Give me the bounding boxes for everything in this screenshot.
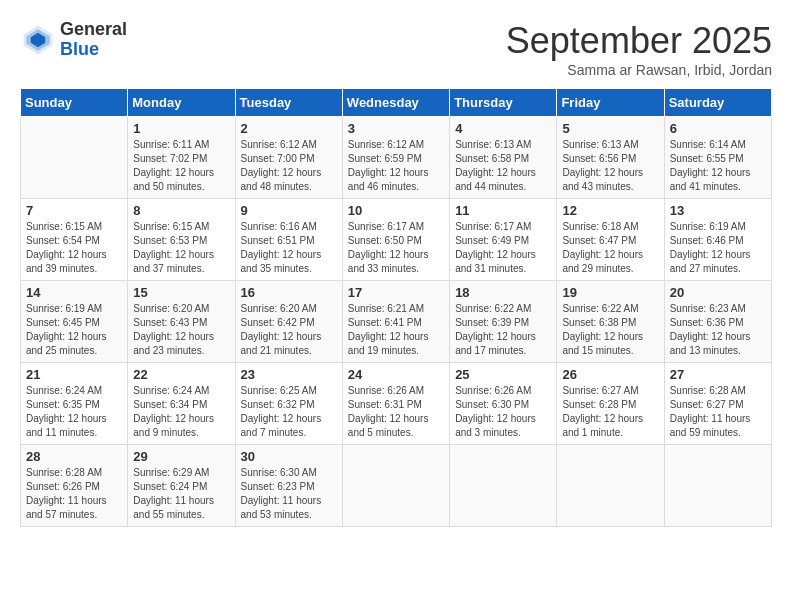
- calendar-cell: 18Sunrise: 6:22 AM Sunset: 6:39 PM Dayli…: [450, 281, 557, 363]
- week-row-1: 1Sunrise: 6:11 AM Sunset: 7:02 PM Daylig…: [21, 117, 772, 199]
- day-content: Sunrise: 6:16 AM Sunset: 6:51 PM Dayligh…: [241, 220, 337, 276]
- day-number: 7: [26, 203, 122, 218]
- day-content: Sunrise: 6:29 AM Sunset: 6:24 PM Dayligh…: [133, 466, 229, 522]
- calendar-cell: 14Sunrise: 6:19 AM Sunset: 6:45 PM Dayli…: [21, 281, 128, 363]
- day-content: Sunrise: 6:12 AM Sunset: 6:59 PM Dayligh…: [348, 138, 444, 194]
- day-content: Sunrise: 6:15 AM Sunset: 6:54 PM Dayligh…: [26, 220, 122, 276]
- day-number: 9: [241, 203, 337, 218]
- day-content: Sunrise: 6:17 AM Sunset: 6:50 PM Dayligh…: [348, 220, 444, 276]
- header-tuesday: Tuesday: [235, 89, 342, 117]
- day-number: 3: [348, 121, 444, 136]
- month-title: September 2025: [506, 20, 772, 62]
- calendar-cell: 7Sunrise: 6:15 AM Sunset: 6:54 PM Daylig…: [21, 199, 128, 281]
- day-number: 28: [26, 449, 122, 464]
- calendar-cell: 10Sunrise: 6:17 AM Sunset: 6:50 PM Dayli…: [342, 199, 449, 281]
- header-friday: Friday: [557, 89, 664, 117]
- calendar-cell: 17Sunrise: 6:21 AM Sunset: 6:41 PM Dayli…: [342, 281, 449, 363]
- day-content: Sunrise: 6:27 AM Sunset: 6:28 PM Dayligh…: [562, 384, 658, 440]
- day-content: Sunrise: 6:18 AM Sunset: 6:47 PM Dayligh…: [562, 220, 658, 276]
- day-content: Sunrise: 6:11 AM Sunset: 7:02 PM Dayligh…: [133, 138, 229, 194]
- calendar-cell: 23Sunrise: 6:25 AM Sunset: 6:32 PM Dayli…: [235, 363, 342, 445]
- calendar-cell: 12Sunrise: 6:18 AM Sunset: 6:47 PM Dayli…: [557, 199, 664, 281]
- day-content: Sunrise: 6:25 AM Sunset: 6:32 PM Dayligh…: [241, 384, 337, 440]
- day-number: 25: [455, 367, 551, 382]
- calendar-cell: 19Sunrise: 6:22 AM Sunset: 6:38 PM Dayli…: [557, 281, 664, 363]
- day-number: 8: [133, 203, 229, 218]
- header-monday: Monday: [128, 89, 235, 117]
- week-row-3: 14Sunrise: 6:19 AM Sunset: 6:45 PM Dayli…: [21, 281, 772, 363]
- week-row-5: 28Sunrise: 6:28 AM Sunset: 6:26 PM Dayli…: [21, 445, 772, 527]
- calendar-cell: [557, 445, 664, 527]
- day-number: 24: [348, 367, 444, 382]
- logo-blue-text: Blue: [60, 40, 127, 60]
- day-number: 11: [455, 203, 551, 218]
- calendar-cell: [664, 445, 771, 527]
- day-number: 29: [133, 449, 229, 464]
- calendar-cell: 25Sunrise: 6:26 AM Sunset: 6:30 PM Dayli…: [450, 363, 557, 445]
- day-content: Sunrise: 6:26 AM Sunset: 6:30 PM Dayligh…: [455, 384, 551, 440]
- day-number: 27: [670, 367, 766, 382]
- day-number: 23: [241, 367, 337, 382]
- day-content: Sunrise: 6:12 AM Sunset: 7:00 PM Dayligh…: [241, 138, 337, 194]
- day-content: Sunrise: 6:28 AM Sunset: 6:26 PM Dayligh…: [26, 466, 122, 522]
- day-number: 1: [133, 121, 229, 136]
- day-number: 10: [348, 203, 444, 218]
- day-content: Sunrise: 6:20 AM Sunset: 6:42 PM Dayligh…: [241, 302, 337, 358]
- header-wednesday: Wednesday: [342, 89, 449, 117]
- calendar-header-row: SundayMondayTuesdayWednesdayThursdayFrid…: [21, 89, 772, 117]
- day-content: Sunrise: 6:24 AM Sunset: 6:35 PM Dayligh…: [26, 384, 122, 440]
- week-row-4: 21Sunrise: 6:24 AM Sunset: 6:35 PM Dayli…: [21, 363, 772, 445]
- calendar-cell: 1Sunrise: 6:11 AM Sunset: 7:02 PM Daylig…: [128, 117, 235, 199]
- calendar-cell: 24Sunrise: 6:26 AM Sunset: 6:31 PM Dayli…: [342, 363, 449, 445]
- calendar-cell: [342, 445, 449, 527]
- day-number: 21: [26, 367, 122, 382]
- calendar-cell: 4Sunrise: 6:13 AM Sunset: 6:58 PM Daylig…: [450, 117, 557, 199]
- logo: General Blue: [20, 20, 127, 60]
- day-content: Sunrise: 6:14 AM Sunset: 6:55 PM Dayligh…: [670, 138, 766, 194]
- calendar-cell: 27Sunrise: 6:28 AM Sunset: 6:27 PM Dayli…: [664, 363, 771, 445]
- day-number: 26: [562, 367, 658, 382]
- calendar-cell: 16Sunrise: 6:20 AM Sunset: 6:42 PM Dayli…: [235, 281, 342, 363]
- logo-general-text: General: [60, 20, 127, 40]
- calendar-cell: [21, 117, 128, 199]
- day-number: 4: [455, 121, 551, 136]
- header-sunday: Sunday: [21, 89, 128, 117]
- page-header: General Blue September 2025 Samma ar Raw…: [20, 20, 772, 78]
- calendar-cell: 21Sunrise: 6:24 AM Sunset: 6:35 PM Dayli…: [21, 363, 128, 445]
- day-number: 30: [241, 449, 337, 464]
- day-content: Sunrise: 6:22 AM Sunset: 6:39 PM Dayligh…: [455, 302, 551, 358]
- calendar-cell: 29Sunrise: 6:29 AM Sunset: 6:24 PM Dayli…: [128, 445, 235, 527]
- calendar-cell: [450, 445, 557, 527]
- title-block: September 2025 Samma ar Rawsan, Irbid, J…: [506, 20, 772, 78]
- day-content: Sunrise: 6:23 AM Sunset: 6:36 PM Dayligh…: [670, 302, 766, 358]
- day-content: Sunrise: 6:17 AM Sunset: 6:49 PM Dayligh…: [455, 220, 551, 276]
- calendar-cell: 3Sunrise: 6:12 AM Sunset: 6:59 PM Daylig…: [342, 117, 449, 199]
- day-content: Sunrise: 6:21 AM Sunset: 6:41 PM Dayligh…: [348, 302, 444, 358]
- calendar-body: 1Sunrise: 6:11 AM Sunset: 7:02 PM Daylig…: [21, 117, 772, 527]
- day-content: Sunrise: 6:22 AM Sunset: 6:38 PM Dayligh…: [562, 302, 658, 358]
- day-content: Sunrise: 6:13 AM Sunset: 6:58 PM Dayligh…: [455, 138, 551, 194]
- calendar-cell: 6Sunrise: 6:14 AM Sunset: 6:55 PM Daylig…: [664, 117, 771, 199]
- logo-icon: [20, 22, 56, 58]
- calendar-cell: 11Sunrise: 6:17 AM Sunset: 6:49 PM Dayli…: [450, 199, 557, 281]
- day-content: Sunrise: 6:26 AM Sunset: 6:31 PM Dayligh…: [348, 384, 444, 440]
- header-saturday: Saturday: [664, 89, 771, 117]
- calendar-cell: 2Sunrise: 6:12 AM Sunset: 7:00 PM Daylig…: [235, 117, 342, 199]
- calendar-cell: 5Sunrise: 6:13 AM Sunset: 6:56 PM Daylig…: [557, 117, 664, 199]
- calendar-table: SundayMondayTuesdayWednesdayThursdayFrid…: [20, 88, 772, 527]
- day-number: 20: [670, 285, 766, 300]
- calendar-cell: 13Sunrise: 6:19 AM Sunset: 6:46 PM Dayli…: [664, 199, 771, 281]
- day-number: 22: [133, 367, 229, 382]
- day-number: 6: [670, 121, 766, 136]
- header-thursday: Thursday: [450, 89, 557, 117]
- calendar-cell: 30Sunrise: 6:30 AM Sunset: 6:23 PM Dayli…: [235, 445, 342, 527]
- day-number: 19: [562, 285, 658, 300]
- day-number: 12: [562, 203, 658, 218]
- calendar-cell: 26Sunrise: 6:27 AM Sunset: 6:28 PM Dayli…: [557, 363, 664, 445]
- day-number: 5: [562, 121, 658, 136]
- day-number: 16: [241, 285, 337, 300]
- day-number: 14: [26, 285, 122, 300]
- calendar-cell: 15Sunrise: 6:20 AM Sunset: 6:43 PM Dayli…: [128, 281, 235, 363]
- calendar-cell: 22Sunrise: 6:24 AM Sunset: 6:34 PM Dayli…: [128, 363, 235, 445]
- day-number: 2: [241, 121, 337, 136]
